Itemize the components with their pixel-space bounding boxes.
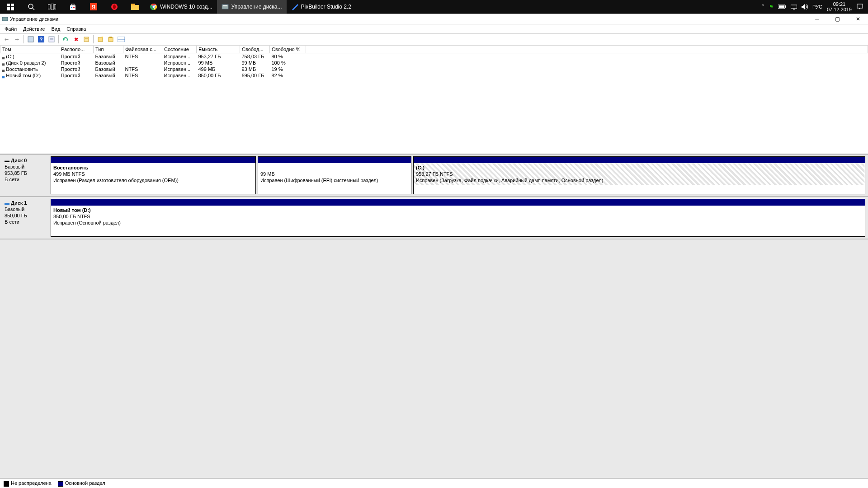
svg-rect-30 bbox=[793, 9, 795, 9]
svg-rect-34 bbox=[2, 17, 8, 21]
legend-unallocated: Не распределена bbox=[4, 480, 52, 486]
col-capacity[interactable]: Емкость bbox=[197, 46, 240, 53]
titlebar[interactable]: Управление дисками ─ ▢ ✕ bbox=[0, 14, 868, 24]
svg-rect-2 bbox=[7, 7, 10, 10]
table-row[interactable]: ▄ ВосстановитьПростойБазовыйNTFSИсправен… bbox=[0, 66, 868, 72]
svg-rect-17 bbox=[131, 5, 139, 10]
pixbuilder-icon bbox=[291, 3, 298, 10]
toolbar-layout-icon[interactable] bbox=[117, 35, 126, 44]
partition-status: Исправен (Шифрованный (EFI) системный ра… bbox=[260, 178, 378, 183]
tray-chevron-icon[interactable]: ˅ bbox=[762, 4, 764, 10]
forward-button[interactable]: ➡ bbox=[12, 35, 21, 44]
svg-rect-22 bbox=[222, 5, 228, 9]
disk-label[interactable]: ▬ Диск 0 Базовый 953,85 ГБ В сети bbox=[3, 156, 49, 194]
help-button[interactable]: ? bbox=[37, 35, 46, 44]
svg-rect-10 bbox=[71, 4, 74, 5]
partition[interactable]: Новый том (D:) 850,00 ГБ NTFS Исправен (… bbox=[51, 199, 865, 237]
col-fs[interactable]: Файловая с... bbox=[123, 46, 162, 53]
taskbar-item-pixbuilder[interactable]: PixBuilder Studio 2.2 bbox=[287, 0, 356, 14]
tray-time: 09:21 bbox=[827, 1, 852, 7]
table-row[interactable]: ▄ Новый том (D:)ПростойБазовыйNTFSИсправ… bbox=[0, 72, 868, 79]
table-row[interactable]: ▄ (Диск 0 раздел 2)ПростойБазовыйИсправе… bbox=[0, 60, 868, 66]
taskview-icon[interactable] bbox=[42, 0, 62, 14]
col-status[interactable]: Состояние bbox=[162, 46, 197, 53]
toolbar-scope-icon[interactable] bbox=[26, 35, 35, 44]
taskbar: Я WINDOWS 10 созд... Управление диска...… bbox=[0, 0, 868, 14]
svg-rect-44 bbox=[98, 38, 103, 42]
svg-marker-24 bbox=[292, 4, 298, 10]
tray-network-icon[interactable] bbox=[791, 4, 797, 9]
disk-label[interactable]: ▬ Диск 1 Базовый 850,00 ГБ В сети bbox=[3, 199, 49, 237]
tray-flag-icon[interactable]: ⚑ bbox=[769, 4, 774, 10]
partition-title: Новый том (D:) bbox=[53, 207, 91, 213]
disk-graphical-view: ▬ Диск 0 Базовый 953,85 ГБ В сети Восста… bbox=[0, 155, 868, 239]
opera-icon[interactable] bbox=[104, 0, 125, 14]
svg-rect-29 bbox=[791, 5, 797, 9]
tray-language[interactable]: РУС bbox=[812, 4, 822, 9]
toolbar-delete-icon[interactable]: ✖ bbox=[71, 35, 80, 44]
column-headers[interactable]: Том Располо... Тип Файловая с... Состоян… bbox=[0, 46, 868, 53]
toolbar-save-icon[interactable] bbox=[106, 35, 115, 44]
tray-clock[interactable]: 09:21 07.12.2019 bbox=[827, 1, 852, 12]
col-free[interactable]: Свобод... bbox=[240, 46, 270, 53]
col-type[interactable]: Тип bbox=[94, 46, 123, 53]
yandex-icon[interactable]: Я bbox=[83, 0, 104, 14]
partition[interactable]: 99 МБ Исправен (Шифрованный (EFI) систем… bbox=[258, 156, 411, 194]
col-layout[interactable]: Располо... bbox=[59, 46, 94, 53]
col-freepct[interactable]: Свободно % bbox=[270, 46, 306, 53]
svg-text:Я: Я bbox=[92, 4, 95, 9]
svg-rect-42 bbox=[84, 37, 89, 42]
menu-view[interactable]: Вид bbox=[48, 25, 63, 33]
svg-rect-18 bbox=[131, 4, 135, 5]
taskbar-item-diskmgmt[interactable]: Управление диска... bbox=[217, 0, 287, 14]
toolbar-detail-icon[interactable] bbox=[47, 35, 56, 44]
back-button[interactable]: ⬅ bbox=[2, 35, 11, 44]
toolbar-refresh-icon[interactable] bbox=[61, 35, 70, 44]
volume-icon: ▄ bbox=[2, 55, 5, 59]
tray-volume-icon[interactable] bbox=[802, 4, 808, 9]
partition-bar bbox=[258, 157, 411, 163]
legend: Не распределена Основной раздел bbox=[0, 478, 868, 488]
volume-icon: ▄ bbox=[2, 68, 5, 72]
svg-point-4 bbox=[28, 4, 33, 9]
svg-marker-31 bbox=[802, 4, 805, 9]
volume-icon: ▄ bbox=[2, 74, 5, 78]
close-button[interactable]: ✕ bbox=[848, 14, 868, 24]
partition[interactable]: (C:) 953,27 ГБ NTFS Исправен (Загрузка, … bbox=[413, 156, 865, 194]
toolbar-properties-icon[interactable] bbox=[82, 35, 91, 44]
menu-help[interactable]: Справка bbox=[64, 25, 89, 33]
tray-battery-icon[interactable] bbox=[778, 5, 786, 9]
svg-line-5 bbox=[33, 8, 34, 10]
tray-notifications-icon[interactable] bbox=[856, 3, 863, 10]
disk-row[interactable]: ▬ Диск 1 Базовый 850,00 ГБ В сети Новый … bbox=[0, 197, 868, 239]
toolbar: ⬅ ➡ ? ✖ bbox=[0, 34, 868, 45]
menubar: Файл Действие Вид Справка bbox=[0, 24, 868, 34]
menu-action[interactable]: Действие bbox=[20, 25, 47, 33]
svg-rect-11 bbox=[71, 7, 72, 8]
start-button[interactable] bbox=[0, 0, 21, 14]
partition-bar bbox=[51, 199, 865, 206]
volume-list[interactable]: Том Располо... Тип Файловая с... Состоян… bbox=[0, 45, 868, 155]
taskbar-item-chrome[interactable]: WINDOWS 10 созд... bbox=[146, 0, 217, 14]
disk-row[interactable]: ▬ Диск 0 Базовый 953,85 ГБ В сети Восста… bbox=[0, 155, 868, 197]
svg-rect-28 bbox=[779, 5, 784, 8]
col-volume[interactable]: Том bbox=[0, 46, 59, 53]
menu-file[interactable]: Файл bbox=[2, 25, 19, 33]
svg-rect-12 bbox=[73, 7, 75, 8]
toolbar-new-icon[interactable] bbox=[96, 35, 105, 44]
empty-area bbox=[0, 239, 868, 478]
svg-rect-9 bbox=[70, 5, 75, 10]
partition-status: Исправен (Загрузка, Файл подкачки, Авари… bbox=[416, 178, 603, 183]
partition-title: Восстановить bbox=[53, 165, 88, 170]
search-icon[interactable] bbox=[21, 0, 42, 14]
svg-rect-7 bbox=[51, 4, 53, 10]
svg-rect-38 bbox=[49, 37, 54, 42]
svg-rect-46 bbox=[108, 38, 113, 42]
partition[interactable]: Восстановить 499 МБ NTFS Исправен (Разде… bbox=[51, 156, 256, 194]
store-icon[interactable] bbox=[62, 0, 83, 14]
table-row[interactable]: ▄ (C:)ПростойБазовыйNTFSИсправен...953,2… bbox=[0, 53, 868, 60]
volume-icon: ▄ bbox=[2, 61, 5, 66]
maximize-button[interactable]: ▢ bbox=[827, 14, 848, 24]
explorer-icon[interactable] bbox=[125, 0, 146, 14]
minimize-button[interactable]: ─ bbox=[807, 14, 827, 24]
